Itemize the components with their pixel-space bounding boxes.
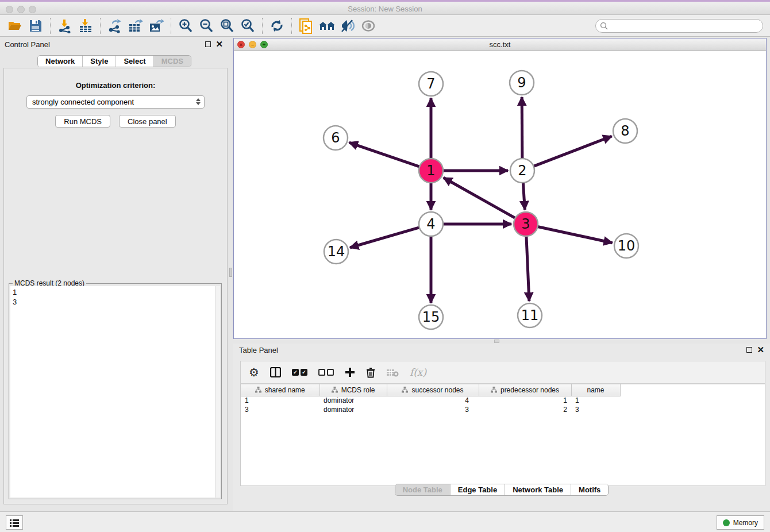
edge-2-9[interactable] — [522, 97, 522, 159]
tab-node-table[interactable]: Node Table — [395, 484, 451, 495]
add-row-button[interactable] — [345, 367, 355, 377]
graph-edges — [349, 97, 613, 303]
zoom-out-icon — [199, 18, 214, 33]
horizontal-splitter-grip[interactable] — [494, 340, 499, 343]
new-network-from-selection-button[interactable] — [296, 17, 317, 35]
edge-3-1[interactable] — [444, 178, 515, 218]
node-14[interactable]: 14 — [324, 240, 348, 264]
select-all-checks-button[interactable]: ✓ ✓ — [292, 369, 307, 376]
zoom-fit-button[interactable] — [217, 17, 237, 35]
tab-style[interactable]: Style — [83, 56, 116, 67]
memory-status-icon — [723, 519, 730, 526]
node-15[interactable]: 15 — [419, 305, 443, 329]
table-row[interactable]: 3dominator323 — [241, 405, 620, 414]
zoom-out-button[interactable] — [196, 17, 217, 35]
node-2[interactable]: 2 — [510, 159, 534, 183]
export-table-button[interactable] — [125, 17, 146, 35]
control-panel-close-icon[interactable]: ✕ — [215, 41, 223, 47]
task-history-button[interactable] — [6, 515, 23, 530]
apply-layout-button[interactable] — [267, 17, 287, 35]
edge-3-10[interactable] — [538, 226, 613, 242]
houses-icon — [318, 20, 336, 32]
network-graph-canvas[interactable]: 7968124314101511 — [234, 51, 766, 338]
open-folder-icon — [7, 19, 22, 33]
edge-2-3[interactable] — [523, 183, 525, 210]
svg-text:11: 11 — [521, 307, 539, 323]
node-11[interactable]: 11 — [518, 303, 542, 327]
zoom-in-icon — [178, 18, 193, 33]
network-window-titlebar[interactable]: × – + scc.txt — [234, 38, 766, 51]
table-row[interactable]: 1dominator411 — [241, 396, 620, 405]
delete-row-button[interactable] — [366, 367, 375, 378]
svg-text:14: 14 — [328, 244, 345, 260]
export-network-button[interactable] — [105, 17, 125, 35]
vertical-splitter[interactable] — [229, 38, 233, 510]
network-minimize-icon[interactable]: – — [249, 41, 256, 48]
column-layout-button[interactable] — [270, 367, 281, 377]
search-icon — [600, 22, 608, 30]
memory-button[interactable]: Memory — [717, 515, 764, 530]
import-table-button[interactable] — [75, 17, 96, 35]
search-input[interactable] — [595, 19, 763, 33]
show-eye-icon — [361, 20, 376, 32]
column-header-predecessor-nodes[interactable]: predecessor nodes — [479, 384, 571, 396]
checked-box-icon: ✓ — [301, 369, 307, 376]
node-9[interactable]: 9 — [510, 71, 534, 95]
export-image-button[interactable] — [146, 17, 167, 35]
zoom-fit-icon — [220, 18, 234, 33]
function-builder-button[interactable]: f(x) — [410, 367, 426, 378]
first-neighbors-button[interactable] — [317, 17, 337, 35]
network-close-icon[interactable]: × — [237, 41, 245, 48]
save-floppy-icon — [29, 20, 42, 32]
column-settings-button[interactable]: ⚙ — [249, 365, 259, 379]
svg-text:8: 8 — [621, 123, 629, 139]
edge-3-11[interactable] — [526, 236, 529, 301]
network-maximize-icon[interactable]: + — [260, 41, 268, 48]
edge-2-8[interactable] — [534, 136, 612, 166]
tab-motifs[interactable]: Motifs — [571, 484, 608, 495]
export-table-icon — [128, 18, 143, 33]
node-7[interactable]: 7 — [419, 72, 443, 96]
zoom-in-button[interactable] — [175, 17, 196, 35]
node-1[interactable]: 1 — [419, 159, 443, 183]
edge-1-6[interactable] — [349, 142, 419, 167]
deselect-all-checks-button[interactable] — [318, 369, 334, 376]
column-header-name[interactable]: name — [571, 384, 620, 396]
edge-4-14[interactable] — [350, 228, 419, 248]
zoom-selected-icon — [240, 18, 255, 33]
save-session-button[interactable] — [25, 17, 46, 35]
table-panel-float-icon[interactable] — [746, 347, 752, 353]
tab-mcds[interactable]: MCDS — [154, 56, 191, 67]
show-all-button[interactable] — [358, 17, 379, 35]
node-4[interactable]: 4 — [419, 212, 443, 236]
import-network-button[interactable] — [55, 17, 75, 35]
node-10[interactable]: 10 — [614, 234, 638, 258]
result-scrollbar[interactable] — [215, 286, 220, 498]
table-panel-close-icon[interactable]: ✕ — [757, 347, 764, 353]
close-panel-button[interactable]: Close panel — [119, 115, 176, 128]
mcds-result-list[interactable]: 1 3 — [10, 286, 215, 498]
node-table[interactable]: shared nameMCDS rolesuccessor nodesprede… — [240, 384, 765, 486]
hide-selected-button[interactable] — [337, 17, 358, 35]
run-mcds-button[interactable]: Run MCDS — [55, 115, 110, 128]
delete-table-button[interactable] — [386, 368, 399, 377]
svg-text:9: 9 — [517, 75, 526, 91]
tab-network[interactable]: Network — [38, 56, 83, 67]
zoom-selected-button[interactable] — [237, 17, 258, 35]
control-panel-float-icon[interactable] — [205, 41, 211, 47]
search-field-wrap — [595, 19, 763, 33]
criterion-dropdown[interactable]: strongly connected component — [26, 95, 205, 109]
node-8[interactable]: 8 — [613, 119, 637, 143]
export-network-icon — [107, 18, 122, 33]
tab-network-table[interactable]: Network Table — [505, 484, 571, 495]
tab-edge-table[interactable]: Edge Table — [451, 484, 505, 495]
column-header-shared-name[interactable]: shared name — [241, 384, 319, 396]
svg-text:3: 3 — [521, 216, 530, 232]
column-header-successor-nodes[interactable]: successor nodes — [387, 384, 479, 396]
column-header-MCDS-role[interactable]: MCDS role — [319, 384, 387, 396]
table-panel-header: Table Panel ✕ — [233, 344, 770, 356]
tab-select[interactable]: Select — [116, 56, 153, 67]
node-6[interactable]: 6 — [324, 126, 348, 150]
open-session-button[interactable] — [5, 17, 25, 35]
node-3[interactable]: 3 — [514, 212, 538, 236]
